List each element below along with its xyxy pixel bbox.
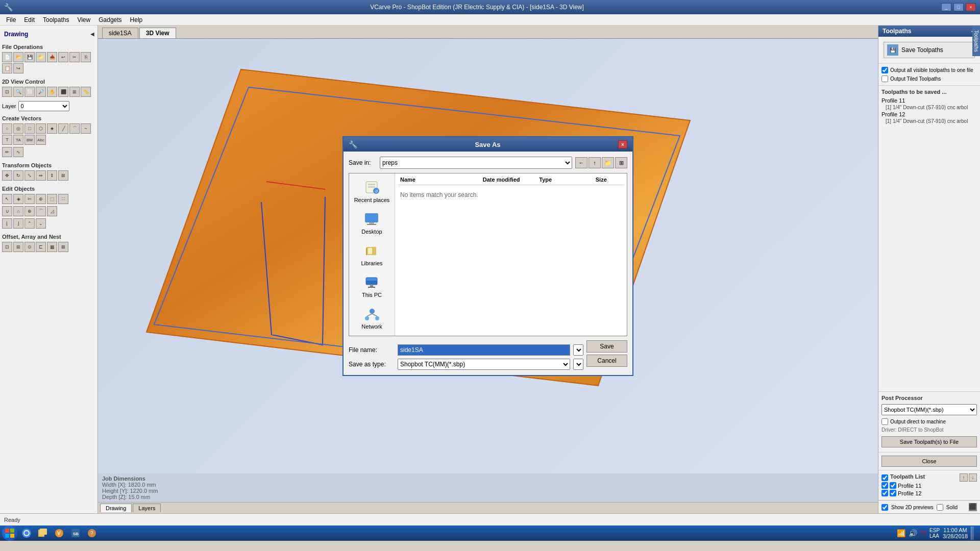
- zoom-in-button[interactable]: 🔍: [13, 87, 23, 97]
- zoom-out-button[interactable]: 🔎: [36, 87, 46, 97]
- weld-button[interactable]: ⊛: [36, 194, 46, 204]
- menu-view[interactable]: View: [73, 15, 94, 24]
- taskbar-unknown-button[interactable]: ?: [85, 527, 99, 540]
- tp-list-checkbox-1b[interactable]: [890, 490, 896, 496]
- places-recent-button[interactable]: ↺ Recent places: [349, 176, 395, 207]
- tp-list-checkbox-0b[interactable]: [890, 482, 896, 489]
- taskbar-volume-icon[interactable]: 🔊: [909, 529, 917, 537]
- menu-gadgets[interactable]: Gadgets: [94, 15, 126, 24]
- nav-back-button[interactable]: ←: [575, 157, 587, 168]
- output-tiled-checkbox[interactable]: [881, 76, 888, 82]
- show-2d-previews-checkbox[interactable]: [881, 504, 888, 511]
- output-all-checkbox[interactable]: [881, 67, 888, 73]
- 3d-view-icon[interactable]: ⬛: [969, 503, 977, 511]
- taskbar-network-icon[interactable]: 📶: [897, 529, 905, 537]
- filename-dropdown[interactable]: [573, 344, 583, 356]
- save-as-button[interactable]: 📁: [36, 52, 46, 62]
- move-button[interactable]: ✥: [2, 170, 12, 181]
- boolean-intersect-button[interactable]: ⊕: [24, 206, 35, 216]
- arc-fit-button[interactable]: ⌋: [13, 218, 23, 229]
- filename-input[interactable]: [398, 344, 570, 356]
- taskbar-vcarve-button[interactable]: V: [52, 527, 66, 540]
- output-direct-checkbox[interactable]: [881, 418, 888, 425]
- dialog-save-button[interactable]: Save: [586, 340, 627, 353]
- close-toolpaths-button[interactable]: Close: [881, 456, 977, 467]
- toolpath-list-checkbox[interactable]: [881, 474, 888, 481]
- paste-button[interactable]: 📋: [2, 63, 12, 73]
- dialog-close-button[interactable]: ×: [618, 140, 627, 148]
- start-button[interactable]: [2, 525, 17, 541]
- ungroup-button[interactable]: ∷: [58, 194, 68, 204]
- taskbar-chrome-button[interactable]: [19, 527, 34, 540]
- toolpaths-vertical-tab[interactable]: Toolpaths: [972, 26, 980, 56]
- places-desktop-button[interactable]: Desktop: [349, 207, 395, 239]
- draw-ellipse-button[interactable]: ◎: [13, 123, 23, 134]
- tab-drawing[interactable]: Drawing: [100, 504, 132, 512]
- places-libraries-button[interactable]: Libraries: [349, 239, 395, 270]
- taskbar-explorer-button[interactable]: [36, 527, 50, 540]
- tp-list-checkbox-1[interactable]: [881, 490, 888, 496]
- fillet-button[interactable]: ⌒: [36, 206, 46, 216]
- arrow-right-button[interactable]: ⌄: [36, 218, 46, 229]
- boolean-union-button[interactable]: ∪: [2, 206, 12, 216]
- places-network-button[interactable]: Network: [349, 302, 395, 334]
- layer-select[interactable]: 0: [18, 101, 69, 111]
- save-file-button[interactable]: 💾: [24, 52, 35, 62]
- redo-button[interactable]: ↪: [13, 63, 23, 73]
- copy-button[interactable]: ⎘: [81, 52, 91, 62]
- draw-circle-button[interactable]: ○: [2, 123, 12, 134]
- nav-view-button[interactable]: ⊞: [615, 157, 627, 168]
- draw-poly-button[interactable]: ⬡: [36, 123, 46, 134]
- saveas-dropdown[interactable]: [573, 359, 583, 370]
- view-grid-button[interactable]: ⊞: [69, 87, 80, 97]
- saveas-select[interactable]: Shopbot TC(MM)(*.sbp): [398, 359, 570, 370]
- move-tp-up-button[interactable]: ↑: [960, 473, 968, 482]
- sidebar-collapse-button[interactable]: ◀: [90, 31, 94, 37]
- solid-checkbox[interactable]: [937, 504, 943, 511]
- open-file-button[interactable]: 📂: [13, 52, 23, 62]
- tab-3d-view[interactable]: 3D View: [139, 28, 176, 38]
- places-this-pc-button[interactable]: This PC: [349, 270, 395, 302]
- draw-star-button[interactable]: ★: [47, 123, 57, 134]
- save-toolpaths-button[interactable]: 💾 Save Toolpaths: [884, 42, 975, 58]
- import-button[interactable]: 📥: [47, 52, 57, 62]
- pan-button[interactable]: ✋: [47, 87, 57, 97]
- array-copy-button[interactable]: ⊞: [13, 242, 23, 252]
- circular-array-button[interactable]: ⊙: [24, 242, 35, 252]
- undo-button[interactable]: ↩: [58, 52, 68, 62]
- minimize-button[interactable]: _: [941, 3, 951, 11]
- chamfer-button[interactable]: ◿: [47, 206, 57, 216]
- spline-button[interactable]: ∿: [13, 147, 23, 157]
- draw-line-button[interactable]: ╱: [58, 123, 68, 134]
- draw-text-arc-button[interactable]: TA: [13, 135, 23, 145]
- save-to-file-button[interactable]: Save Toolpath(s) to File: [881, 436, 977, 447]
- draw-bezier-button[interactable]: ~: [81, 123, 91, 134]
- scale-button[interactable]: ⤡: [24, 170, 35, 181]
- menu-toolpaths[interactable]: Toolpaths: [39, 15, 73, 24]
- view-3d-button[interactable]: ⬛: [58, 87, 68, 97]
- new-file-button[interactable]: 📄: [2, 52, 12, 62]
- step-repeat-button[interactable]: ⊠: [58, 242, 68, 252]
- cut-button[interactable]: ✂: [69, 52, 80, 62]
- group-button[interactable]: ⬚: [47, 194, 57, 204]
- menu-file[interactable]: File: [2, 15, 20, 24]
- select-button[interactable]: ↖: [2, 194, 12, 204]
- array-linear-button[interactable]: ▦: [47, 242, 57, 252]
- tab-side1sa[interactable]: side1SA: [102, 28, 138, 38]
- close-button[interactable]: ×: [966, 3, 976, 11]
- tab-layers[interactable]: Layers: [133, 504, 161, 512]
- draw-text-button[interactable]: T: [2, 135, 12, 145]
- save-in-select[interactable]: preps: [380, 157, 572, 169]
- zoom-fit-button[interactable]: ⊡: [2, 87, 12, 97]
- align-button[interactable]: ⊞: [58, 170, 68, 181]
- mirror-v-button[interactable]: ⇕: [47, 170, 57, 181]
- draw-bitmap-button[interactable]: BM: [24, 135, 35, 145]
- post-processor-select[interactable]: Shopbot TC(MM)(*.sbp): [881, 404, 977, 415]
- taskbar-show-desktop-button[interactable]: [971, 527, 974, 540]
- draw-arc-button[interactable]: ⌒: [69, 123, 80, 134]
- nav-new-folder-button[interactable]: 📁: [602, 157, 614, 168]
- menu-edit[interactable]: Edit: [20, 15, 39, 24]
- offset-button[interactable]: ⊡: [2, 242, 12, 252]
- draw-abc-button[interactable]: Abc: [36, 135, 46, 145]
- nest-button[interactable]: ⊏: [36, 242, 46, 252]
